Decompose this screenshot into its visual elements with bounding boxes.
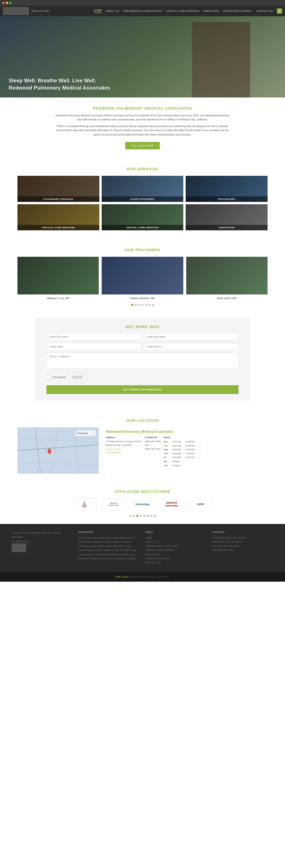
affiliated-dot-2[interactable] (133, 515, 135, 517)
about-section: REDWOOD PULMONARY MEDICAL ASSOCIATES Red… (0, 97, 285, 158)
affiliated-dot-4[interactable] (140, 515, 142, 517)
carousel-dot-7[interactable] (152, 304, 154, 306)
footer-link-patient[interactable]: PATIENT EDUCATION (146, 557, 206, 561)
provider-ramon[interactable]: Ramon Ramirez, MD (102, 257, 183, 300)
show-map-link[interactable]: Show On Map (106, 448, 142, 451)
providers-grid: Melissa S. Lim, MD Ramon Ramirez, MD Bri… (18, 257, 267, 300)
service-virtual[interactable]: VIRTUAL CARE SERVICES (102, 204, 183, 230)
affiliated-dot-1[interactable] (129, 515, 132, 517)
footer-important-text: All information presented in this websit… (79, 536, 139, 561)
carousel-dot-6[interactable] (148, 304, 151, 306)
captcha-label: I am human (52, 376, 66, 379)
about-desc2: RPMA is a forward-thinking, well-establi… (56, 124, 230, 137)
last-name-input[interactable] (144, 333, 239, 341)
affiliated-dot-7[interactable] (150, 515, 152, 517)
service-virtual-label: VIRTUAL CARE SERVICES (102, 225, 183, 230)
footer-address-line1: 775 ALAMEDA DE LAS PULGAS, (212, 536, 274, 540)
logo[interactable] (3, 7, 29, 15)
hours-wed-open: 9:00 AM (172, 447, 184, 452)
footer-address-label: ADDRESS (212, 531, 274, 533)
email-input[interactable] (47, 343, 141, 350)
hours-sat-open: Closed (172, 460, 184, 464)
provider-melissa-name: Melissa S. Lim, MD (18, 296, 99, 300)
service-pulmonary[interactable]: PULMONARY DISEASES (18, 176, 99, 202)
footer-link-home[interactable]: HOME (146, 536, 206, 540)
affiliated-section: AFFILIATED INSTITUTIONS ⛪ StanfordHealth… (0, 483, 285, 524)
location-section: OUR LOCATION Road Map Redwood Pulmonary … (0, 410, 285, 483)
nav-treatments[interactable]: TREATMENTS & CONDITIONS (123, 9, 163, 12)
nav-home[interactable]: HOME (94, 9, 102, 13)
close-button[interactable] (2, 2, 5, 4)
hours-wed-day: Wed (164, 447, 171, 452)
footer-news-label: NEWS (146, 531, 206, 533)
footer-link-treatments[interactable]: TREATMENTS & CONDITIONS (146, 544, 206, 548)
nav-virtual[interactable]: VIRTUAL CARE SERVICES (167, 9, 199, 12)
affiliated-logos: ⛪ StanfordHealth Care Somnology Stanford… (18, 498, 267, 510)
footer-link-innovation[interactable]: INNOVATION (146, 553, 206, 557)
phone-input[interactable] (144, 343, 239, 350)
affiliated-dot-5[interactable] (143, 515, 146, 517)
location-info: Redwood Pulmonary Medical Associates Add… (104, 427, 267, 474)
provider-melissa[interactable]: Melissa S. Lim, MD (18, 257, 99, 300)
navigation: (650) 367-9696 HOME ABOUT US TREATMENTS … (0, 6, 285, 16)
first-name-input[interactable] (47, 333, 141, 341)
get-directions-link[interactable]: Get Directions (106, 451, 142, 454)
carousel-dot-4[interactable] (141, 304, 144, 306)
provider-brian[interactable]: Brian Harris, MD (186, 257, 267, 300)
tell-more-button[interactable]: TELL ME MORE (125, 142, 160, 149)
service-procedures[interactable]: PROCEDURES (186, 176, 267, 202)
hours-thu: Thu 9:00 AM 5:30 PM ○ (164, 452, 200, 456)
nav-innovation[interactable]: INNOVATION (203, 9, 219, 12)
carousel-dot-2[interactable] (135, 304, 137, 306)
services-title: OUR SERVICES (18, 167, 267, 171)
services-section: OUR SERVICES PULMONARY DISEASES SLEEP DI… (0, 158, 285, 239)
affiliated-dot-3[interactable] (136, 515, 139, 517)
somnology-logo[interactable]: Somnology (131, 498, 154, 510)
phone-number: (650) 367-9696 (145, 440, 161, 443)
carousel-dot-5[interactable] (145, 304, 147, 306)
hours-wed-close: 5:30 PM (186, 447, 197, 452)
fax-label: Fax: (145, 443, 161, 447)
service-pulmonary-label: PULMONARY DISEASES (18, 196, 99, 202)
footer-logo-area (11, 544, 73, 552)
hours-sat-day: Sat (164, 460, 171, 464)
footer-fax: FAX: (650) 367-1018 (212, 548, 274, 552)
nav-about[interactable]: ABOUT US (106, 9, 119, 12)
submit-button[interactable]: GET MORE INFORMATION (47, 385, 238, 394)
nav-contact[interactable]: CONTACT US (256, 9, 273, 12)
nav-links: HOME ABOUT US TREATMENTS & CONDITIONS VI… (94, 8, 282, 13)
hours-sun: Sun Closed (164, 464, 200, 468)
hours-tue-day: Tue (164, 444, 171, 448)
captcha-checkbox[interactable] (47, 375, 51, 379)
service-innovation[interactable]: INNOVATION (186, 204, 267, 230)
affiliated-dot-6[interactable] (147, 515, 149, 517)
provider-brian-photo (186, 257, 267, 294)
affiliated-dot-8[interactable] (154, 515, 156, 517)
footer-link-about[interactable]: ABOUT US (146, 540, 206, 544)
footer-link-virtual[interactable]: VIRTUAL CARE SERVICES (146, 548, 206, 552)
provider-ramon-photo (102, 257, 183, 294)
institution-logo-2[interactable]: StanfordHealth Care (102, 498, 125, 510)
footer-link-contact[interactable]: CONTACT US (146, 561, 206, 565)
comment-textarea[interactable] (47, 353, 238, 369)
form-wrapper: GET MORE INFO I am human reCAPTCHA Priva… (0, 315, 285, 410)
service-sleep[interactable]: SLEEP DISORDERS (102, 176, 183, 202)
institution-logo-1[interactable]: ⛪ (73, 498, 96, 510)
minimize-button[interactable] (6, 2, 8, 4)
stanford-logo[interactable]: Stanford University (160, 498, 183, 510)
ucsf-logo[interactable]: UCSF (189, 498, 212, 510)
address-line2: Redwood City, CA 94062 (106, 443, 142, 447)
webtomd-subtitle: Medical Website Design by WebToMed (129, 576, 170, 578)
carousel-dot-1[interactable] (131, 304, 133, 306)
carousel-dot-3[interactable] (138, 304, 140, 306)
footer-all-rights: All rights reserved. (11, 539, 73, 544)
nav-patient-education[interactable]: PATIENT EDUCATION (223, 9, 252, 12)
ucsf-text: UCSF (197, 503, 204, 506)
hours-thu-icon: ○ (199, 452, 200, 456)
map-area[interactable]: Road Map (18, 427, 99, 474)
hours-fri-close: 5:30 PM (186, 456, 197, 460)
maximize-button[interactable] (9, 2, 11, 4)
hours-thu-day: Thu (164, 452, 171, 456)
footer-address-line2: REDWOOD CITY, CA 94062 (212, 540, 274, 544)
service-critical[interactable]: CRITICAL CARE MEDICINE (18, 204, 99, 230)
